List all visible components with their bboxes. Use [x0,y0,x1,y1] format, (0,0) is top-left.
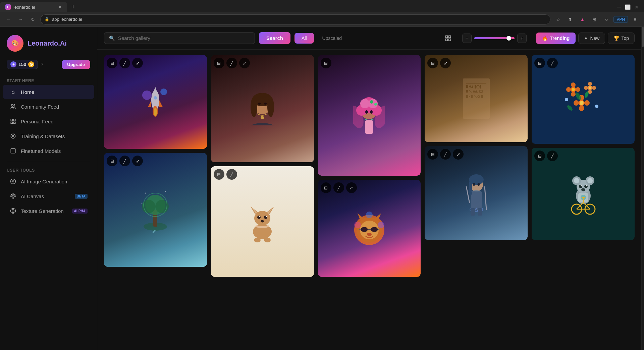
remix-btn-lion[interactable]: ⊞ [321,182,331,193]
zoom-out-btn[interactable]: − [462,34,472,43]
sidebar-item-community[interactable]: Community Feed [3,100,94,114]
credits-help-icon[interactable]: ? [41,62,43,67]
overlay-dog: ⊞ ╱ [214,169,237,180]
remix-btn-dog[interactable]: ⊞ [214,169,224,180]
forward-btn[interactable]: → [16,15,25,24]
tab-close-btn[interactable]: ✕ [58,5,62,9]
remix-btn-warrior[interactable]: ⊞ [427,149,438,160]
sidebar-divider [7,161,90,161]
top-btn[interactable]: 🏆 Top [608,33,635,44]
expand-btn-rocket[interactable]: ⤢ [132,58,143,68]
sidebar-item-finetuned[interactable]: Finetuned Models [3,144,94,158]
expand-btn-lion[interactable]: ⤢ [346,182,357,193]
bookmark-btn[interactable]: ☆ [553,14,563,24]
remix-btn-tree[interactable]: ⊞ [107,156,117,166]
gallery-item-girl-pink[interactable]: ⊞ [318,55,421,176]
edit-btn-dog[interactable]: ╱ [226,169,237,180]
edit-btn-woman[interactable]: ╱ [226,58,237,68]
window-close-btn[interactable]: ✕ [635,4,639,10]
community-icon [9,103,17,110]
url-text: app.leonardo.ai [52,17,82,22]
overlay-floral: ⊞ ╱ [534,58,558,68]
expand-btn-tree[interactable]: ⤢ [132,156,143,166]
new-btn[interactable]: ✦ New [578,33,605,44]
sidebar-item-ai-image-label: AI Image Generation [21,179,67,184]
expand-btn-woman[interactable]: ⤢ [239,58,250,68]
sidebar-item-ai-canvas[interactable]: AI Canvas BETA [3,189,94,203]
search-btn[interactable]: Search [259,32,290,44]
share-btn[interactable]: ⬆ [565,14,575,24]
edit-btn-rocket[interactable]: ╱ [119,58,130,68]
right-scrollbar[interactable] [641,27,644,350]
edit-btn-lion[interactable]: ╱ [333,182,344,193]
user-tools-label: User Tools [0,164,97,174]
personal-icon [9,118,17,125]
gallery-item-lion[interactable]: ⊞ ╱ ⤢ [318,180,421,277]
zoom-in-btn[interactable]: + [517,34,527,43]
address-bar[interactable]: 🔒 app.leonardo.ai [40,14,550,24]
search-input[interactable] [118,35,250,41]
svg-point-104 [473,91,475,93]
edit-btn-floral[interactable]: ╱ [547,58,558,68]
gallery-item-dog[interactable]: ⊞ ╱ [211,166,314,277]
upgrade-btn[interactable]: Upgrade [62,60,90,69]
gallery-item-tree[interactable]: ⊞ ╱ ⤢ [104,153,207,267]
zoom-slider[interactable] [474,37,515,39]
grid-view-btn[interactable] [443,34,453,43]
svg-point-49 [258,103,261,105]
window-restore-btn[interactable]: ⬜ [625,4,631,10]
profile-btn[interactable]: ▲ [577,14,587,24]
profile-circle-btn[interactable]: ○ [601,14,611,24]
reload-btn[interactable]: ↻ [28,15,38,24]
svg-point-93 [367,233,372,236]
extension-btn[interactable]: ⊞ [589,14,599,24]
sidebar-item-texture[interactable]: Texture Generation ALPHA [3,204,94,218]
ai-canvas-icon [9,192,17,200]
remix-btn-rocket[interactable]: ⊞ [107,58,117,68]
start-here-label: Start Here [0,74,97,84]
remix-btn-hieroglyphs[interactable]: ⊞ [427,58,438,68]
edit-btn-koala[interactable]: ╱ [547,151,558,161]
gallery-item-rocket[interactable]: ⊞ ╱ ⤢ [104,55,207,149]
trending-btn[interactable]: 🔥 Trending [536,33,576,44]
svg-marker-18 [11,194,11,194]
window-minimize-btn[interactable]: ─ [617,4,621,10]
expand-btn-warrior[interactable]: ⤢ [453,149,464,160]
texture-icon [9,207,17,215]
svg-rect-112 [481,95,483,98]
svg-point-85 [354,222,361,228]
remix-btn-girl-pink[interactable]: ⊞ [321,58,331,68]
back-btn[interactable]: ← [4,15,13,24]
tab-all[interactable]: All [294,33,314,44]
remix-btn-floral[interactable]: ⊞ [534,58,545,68]
edit-btn-tree[interactable]: ╱ [119,156,130,166]
credits-badge: ✦ 150 ⊙ [7,60,38,69]
sidebar-item-home[interactable]: ⌂ Home [3,85,94,99]
edit-btn-warrior[interactable]: ╱ [440,149,451,160]
gallery-item-woman[interactable]: ⊞ ╱ ⤢ [211,55,314,162]
gallery-item-koala[interactable]: ⊞ ╱ [532,148,635,240]
svg-point-44 [142,203,143,204]
svg-point-72 [360,99,370,108]
svg-line-164 [577,202,583,209]
browser-tab[interactable]: L leonardo.ai ✕ [0,2,67,12]
overlay-woman: ⊞ ╱ ⤢ [214,58,250,68]
svg-rect-1 [11,119,12,121]
gallery-item-floral[interactable]: ⊞ ╱ [532,55,635,144]
sidebar-item-personal[interactable]: Personal Feed [3,114,94,128]
browser-nav-bar: ← → ↻ 🔒 app.leonardo.ai ☆ ⬆ ▲ ⊞ ○ VPN ≡ [0,12,644,27]
new-tab-btn[interactable]: + [68,2,78,12]
logo-text: Leonardo.Ai [28,40,67,47]
menu-btn[interactable]: ≡ [630,14,640,24]
sidebar: 🎨 Leonardo.Ai ✦ 150 ⊙ ? Upgrade Start He… [0,27,97,350]
gallery-item-hieroglyphs[interactable]: ⊞ ⤢ [425,55,528,142]
expand-btn-hieroglyphs[interactable]: ⤢ [440,58,451,68]
sidebar-item-training[interactable]: Training & Datasets [3,129,94,143]
tab-upscaled[interactable]: Upscaled [315,33,349,44]
vpn-badge[interactable]: VPN [613,16,628,23]
sidebar-item-ai-image[interactable]: AI Image Generation [3,174,94,188]
gallery-item-warrior[interactable]: ⊞ ╱ ⤢ [425,146,528,240]
remix-btn-woman[interactable]: ⊞ [214,58,224,68]
svg-point-78 [365,119,367,120]
remix-btn-koala[interactable]: ⊞ [534,151,545,161]
